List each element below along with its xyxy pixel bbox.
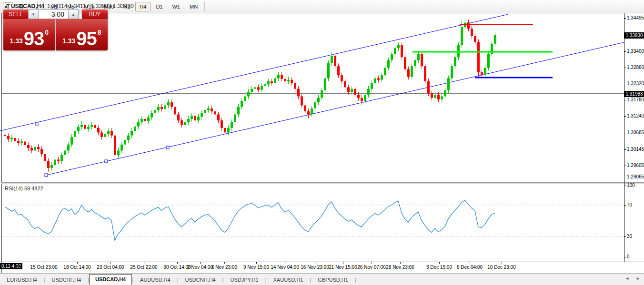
chart-tab-usdcad-h4[interactable]: USDCAD,H4 (89, 274, 132, 285)
rsi-axis-label: 100 (627, 183, 635, 188)
time-axis-tick (177, 262, 178, 264)
buy-price-big-digits: 95 (76, 30, 97, 47)
sell-button[interactable]: SELL (3, 10, 28, 19)
mt4-window: T ⇅ ▼ M1M5M15M30H1H4D1W1MN ▲ USDCAD,H4 1… (0, 0, 644, 285)
price-axis-tick (624, 133, 626, 133)
time-axis-label: 28 Nov 23:00 (386, 265, 414, 270)
price-axis-separator (624, 13, 624, 262)
time-axis-label: 26 Nov 07:00 (357, 265, 386, 270)
rsi-axis-tick (624, 257, 626, 257)
buy-button[interactable]: BUY (82, 10, 108, 19)
buy-price-prefix: 1.33 (62, 37, 75, 45)
price-axis-label: 1.32860 (627, 65, 644, 70)
time-axis-label: 15 Oct 23:00 (30, 265, 57, 270)
time-axis-tick (400, 262, 401, 264)
sell-price-pip-digit: 0 (45, 29, 49, 36)
chart-tab-usdjpy-h1[interactable]: USDJPY,H1 (224, 275, 265, 285)
price-axis-label: 1.34495 (627, 15, 644, 20)
rsi-axis-label: 70 (627, 202, 632, 207)
time-axis-tick (372, 262, 372, 264)
trendline-handle[interactable] (105, 160, 108, 163)
timeframe-button-w1[interactable]: W1 (168, 2, 184, 11)
time-axis-label: 25 Oct 22:00 (130, 265, 157, 270)
price-axis-tick (624, 84, 626, 84)
price-axis-label: 1.31780 (627, 97, 644, 102)
time-axis-label: 6 Nov 23:00 (211, 265, 237, 270)
time-axis-tick (439, 262, 440, 264)
time-label-remnant: 018 (14, 265, 22, 270)
chart-tab-gbpusd-h1[interactable]: GBPUSD,H1 (311, 275, 355, 285)
chart-tab-xauusd-h1[interactable]: XAUUSD,H1 (267, 275, 310, 285)
price-axis-label: 1.33400 (627, 49, 644, 54)
time-axis-tick (285, 262, 285, 264)
sell-price-big-digits: 93 (24, 30, 44, 47)
time-axis-tick (111, 262, 111, 264)
time-axis-tick (315, 262, 315, 264)
rsi-indicator-label: RSI(14) 59.4822 (5, 186, 43, 191)
tab-scroll-left-icon[interactable]: ◄ (625, 276, 629, 281)
price-axis-tick (624, 149, 626, 150)
rsi-axis-label: 30 (627, 234, 632, 239)
trendline-handle[interactable] (35, 122, 38, 125)
chart-tab-eurusd-h4[interactable]: EURUSD,H4 (0, 275, 44, 285)
time-axis-tick (77, 262, 78, 264)
price-axis-label: 1.30685 (627, 130, 644, 135)
trendline-handle[interactable] (45, 174, 48, 177)
chart-tab-usdcnh-h4[interactable]: USDCNH,H4 (179, 275, 222, 285)
time-axis-tick (502, 262, 502, 264)
chart-ohlc-values: 1.34114 1.34117 1.33903 1.33930 (47, 3, 134, 10)
time-axis-label: 9 Nov 15:00 (243, 265, 269, 270)
time-axis-label: 16 Nov 23:00 (301, 265, 329, 270)
time-axis-label: 23 Oct 04:00 (97, 265, 124, 270)
timeframe-button-mn[interactable]: MN (185, 2, 202, 11)
tab-scroll-buttons: ◄ ► (625, 276, 640, 281)
time-axis-tick (144, 262, 144, 264)
price-axis-highlight: 1.33930 (624, 32, 644, 39)
price-axis-tick (624, 116, 626, 117)
price-axis-label: 1.29605 (627, 163, 644, 168)
price-axis-tick (624, 182, 626, 182)
time-axis-label: 21 Nov 15:00 (329, 265, 357, 270)
time-axis-label: 3 Dec 15:00 (426, 265, 452, 270)
time-axis-tick (343, 262, 343, 264)
rsi-axis-tick (624, 236, 626, 237)
volume-increase-button[interactable]: ▲ (68, 10, 79, 19)
sell-price-button[interactable]: 1.33 93 0 (3, 19, 55, 50)
time-axis-separator (1, 262, 644, 262)
time-axis-label: 2 Nov 04:00 (187, 265, 213, 270)
price-axis-tick (624, 68, 626, 68)
buy-price-button[interactable]: 1.33 95 8 (56, 19, 108, 50)
price-axis-label: 1.29065 (627, 174, 644, 179)
time-axis-label: 18 Oct 14:00 (63, 265, 91, 270)
chart-tab-audusd-h4[interactable]: AUDUSD,H4 (133, 275, 177, 285)
chart-tab-usdchf-h4[interactable]: USDCHF,H4 (45, 275, 88, 285)
time-axis-label: 10 Dec 23:00 (487, 265, 516, 270)
trendline-handle[interactable] (166, 146, 169, 149)
pane-divider[interactable] (1, 182, 644, 184)
volume-input[interactable]: 3.00 (39, 10, 68, 19)
price-axis-label: 1.32320 (627, 81, 644, 86)
chart-header: ▲ USDCAD,H4 1.34114 1.34117 1.33903 1.33… (4, 3, 134, 10)
chart-symbol-label: USDCAD,H4 (11, 3, 44, 10)
tab-separator: | (355, 277, 356, 285)
chart-tab-bar: EURUSD,H4|USDCHF,H4|USDCAD,H4|AUDUSD,H4|… (0, 273, 644, 285)
volume-decrease-button[interactable]: ▼ (28, 10, 39, 19)
one-click-trade-panel: SELL ▼ 3.00 ▲ BUY 1.33 93 0 1.33 95 8 (3, 10, 108, 50)
rsi-axis-label: 0 (627, 254, 630, 259)
time-axis-tick (256, 262, 257, 264)
tab-scroll-right-icon[interactable]: ► (636, 276, 640, 281)
collapse-panel-icon[interactable]: ▲ (4, 4, 8, 9)
price-axis-label: 1.30145 (627, 147, 644, 152)
time-axis-label: 6 Dec 04:00 (457, 265, 483, 270)
price-axis-tick (624, 51, 626, 52)
timeframe-button-d1[interactable]: D1 (151, 2, 167, 11)
time-axis-tick (224, 262, 225, 264)
time-axis-tick (44, 262, 44, 264)
timeframe-button-h4[interactable]: H4 (135, 2, 151, 11)
price-axis-highlight: 1.31983 (624, 91, 644, 97)
price-axis-label: 1.31240 (627, 113, 644, 118)
rsi-chart-surface[interactable] (0, 183, 644, 262)
price-axis-tick (624, 166, 626, 166)
rsi-axis-tick (624, 205, 626, 206)
price-axis-tick (624, 100, 626, 100)
